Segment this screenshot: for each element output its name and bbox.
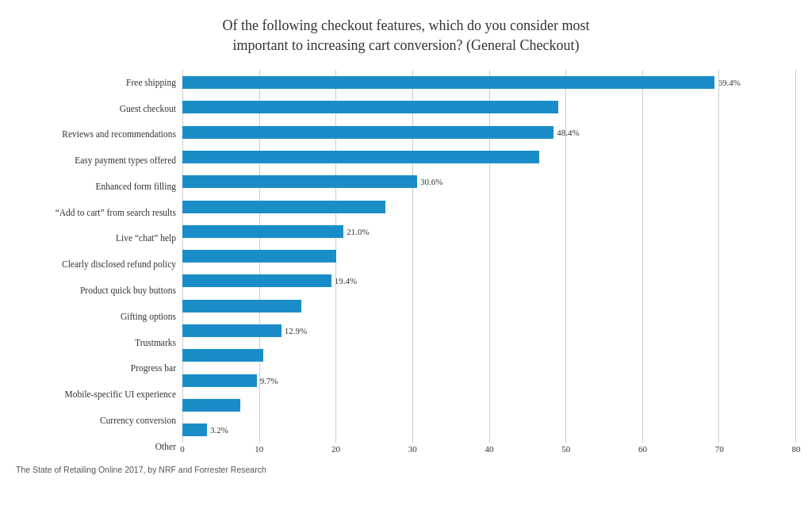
y-label: Guest checkout — [16, 101, 176, 118]
x-ticks-container: 01020304050607080 — [182, 444, 796, 460]
bar — [182, 151, 539, 163]
bar — [182, 201, 385, 213]
bar — [182, 274, 331, 287]
bar — [182, 374, 257, 387]
bar-row — [182, 247, 796, 265]
x-tick: 60 — [638, 444, 647, 454]
x-tick: 0 — [180, 444, 185, 454]
bar — [182, 225, 343, 238]
bar-row: 69.4% — [182, 74, 796, 91]
bar-row — [182, 148, 796, 166]
bars-wrapper: 69.4%48.4%30.6%21.0%19.4%12.9%9.7%3.2% — [182, 70, 796, 443]
y-label: Easy payment types offered — [16, 152, 176, 170]
x-tick: 30 — [408, 444, 417, 454]
title-line2: important to increasing cart conversion?… — [233, 37, 580, 53]
bar — [182, 76, 714, 89]
y-label: Gifting options — [16, 309, 176, 326]
y-labels: Free shippingGuest checkoutReviews and r… — [16, 70, 182, 460]
bar-row: 30.6% — [182, 173, 796, 190]
x-tick: 50 — [561, 444, 570, 454]
bar-value-label: 30.6% — [420, 177, 442, 186]
chart-container: Of the following checkout features, whic… — [0, 0, 812, 506]
bar-row: 21.0% — [182, 223, 796, 240]
bar-row: 9.7% — [182, 372, 796, 389]
bar — [182, 324, 282, 337]
y-label: Other — [16, 438, 176, 455]
x-tick: 40 — [485, 444, 494, 454]
x-tick: 70 — [715, 444, 724, 454]
y-label: Clearly disclosed refund policy — [16, 256, 176, 274]
y-label: Reviews and recommendations — [16, 126, 176, 144]
bar-row: 48.4% — [182, 124, 796, 141]
bar-row: 19.4% — [182, 272, 796, 289]
bar-row — [182, 397, 796, 414]
bar-row — [182, 297, 796, 315]
bar-row — [182, 98, 796, 116]
bar-value-label: 21.0% — [347, 227, 369, 236]
y-label: Live “chat” help — [16, 230, 176, 247]
bar — [182, 250, 336, 263]
bar — [182, 399, 240, 412]
bar-value-label: 48.4% — [557, 128, 579, 137]
bar — [182, 349, 263, 362]
bar-value-label: 3.2% — [210, 425, 228, 435]
bar-row: 12.9% — [182, 322, 796, 339]
bar-row: 3.2% — [182, 421, 796, 439]
bar-row — [182, 347, 796, 364]
y-label: Trustmarks — [16, 334, 176, 351]
y-label: Mobile-specific UI experience — [16, 386, 176, 404]
bar — [182, 126, 553, 139]
bar — [182, 175, 417, 188]
y-label: Free shipping — [16, 75, 176, 92]
x-tick: 20 — [331, 444, 340, 454]
bars-area: 69.4%48.4%30.6%21.0%19.4%12.9%9.7%3.2% 0… — [182, 70, 796, 460]
bar — [182, 300, 301, 312]
bar-value-label: 12.9% — [285, 326, 307, 335]
y-label: Progress bar — [16, 360, 176, 378]
x-tick: 10 — [255, 444, 263, 454]
chart-title: Of the following checkout features, whic… — [16, 16, 796, 56]
x-tick: 80 — [792, 444, 801, 454]
chart-area: Free shippingGuest checkoutReviews and r… — [16, 70, 796, 460]
bar-row — [182, 198, 796, 216]
y-label: Enhanced form filling — [16, 178, 176, 196]
title-line1: Of the following checkout features, whic… — [223, 17, 590, 33]
y-label: Currency conversion — [16, 412, 176, 430]
bar-value-label: 9.7% — [260, 376, 278, 385]
bar-value-label: 69.4% — [718, 78, 740, 87]
bar — [182, 424, 207, 436]
y-label: Product quick buy buttons — [16, 282, 176, 300]
y-label: “Add to cart” from search results — [16, 205, 176, 222]
bar-value-label: 19.4% — [335, 276, 357, 286]
footer-text: The State of Retailing Online 2017, by N… — [16, 465, 796, 474]
bar — [182, 101, 558, 113]
